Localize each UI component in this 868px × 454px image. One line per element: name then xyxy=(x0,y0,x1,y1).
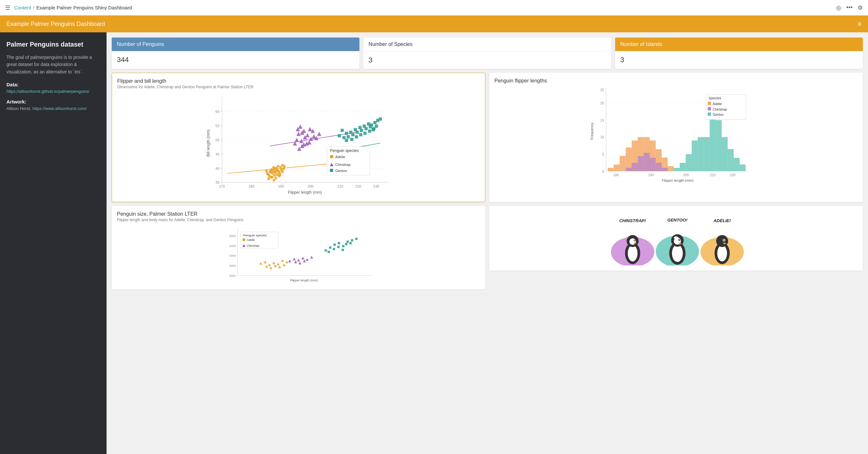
svg-point-54 xyxy=(272,166,275,169)
histogram-title: Penguin flipper lengths xyxy=(494,78,858,84)
sidebar-data-label: Data: xyxy=(6,82,100,87)
sidebar-description: The goal of palmerpenguins is to provide… xyxy=(6,54,100,75)
svg-point-212 xyxy=(273,262,275,264)
svg-point-218 xyxy=(274,265,276,267)
svg-text:180: 180 xyxy=(613,173,619,177)
svg-text:50: 50 xyxy=(215,138,219,142)
svg-text:4000: 4000 xyxy=(229,245,236,248)
svg-rect-97 xyxy=(379,117,382,121)
svg-marker-226 xyxy=(310,256,313,259)
svg-rect-88 xyxy=(345,132,348,135)
svg-point-241 xyxy=(672,245,683,262)
svg-rect-207 xyxy=(345,243,347,245)
dashboard-menu-icon[interactable]: ≡ xyxy=(858,20,862,28)
svg-text:Chinstrap: Chinstrap xyxy=(335,163,350,167)
svg-text:Flipper length (mm): Flipper length (mm) xyxy=(662,178,693,182)
svg-point-43 xyxy=(273,174,276,176)
svg-point-65 xyxy=(270,176,273,179)
svg-rect-143 xyxy=(608,168,614,171)
svg-text:210: 210 xyxy=(710,173,715,177)
svg-rect-95 xyxy=(373,121,376,124)
charts-row-1: Flipper and bill length Dimensions for A… xyxy=(112,73,863,202)
svg-point-255 xyxy=(724,240,724,241)
svg-rect-113 xyxy=(368,130,371,133)
breadcrumb-separator: / xyxy=(33,5,35,10)
scatter-chart-2-subtitle: Flipper length and body mass for Adelie,… xyxy=(117,218,480,222)
svg-text:190: 190 xyxy=(278,184,284,188)
svg-marker-227 xyxy=(294,260,297,263)
stat-card-penguins-header: Number of Penguins xyxy=(112,37,360,51)
hamburger-icon[interactable]: ☰ xyxy=(5,4,10,11)
svg-point-62 xyxy=(279,174,282,176)
svg-text:220: 220 xyxy=(355,184,361,188)
svg-rect-107 xyxy=(375,124,378,128)
svg-point-209 xyxy=(259,262,262,265)
svg-point-220 xyxy=(283,264,285,266)
svg-rect-203 xyxy=(328,251,330,253)
svg-rect-102 xyxy=(355,131,359,134)
svg-text:220: 220 xyxy=(730,173,735,177)
svg-point-245 xyxy=(679,239,680,240)
svg-rect-170 xyxy=(728,149,734,171)
top-navigation: ☰ Content / Example Palmer Penguins Shin… xyxy=(0,0,868,16)
histogram-card: Penguin flipper lengths 0 5 10 15 20 25 xyxy=(489,73,863,202)
stat-card-penguins: Number of Penguins 344 xyxy=(112,37,360,69)
svg-rect-168 xyxy=(716,120,722,171)
svg-text:CHINSTRAP!: CHINSTRAP! xyxy=(619,218,646,223)
svg-rect-93 xyxy=(367,122,370,125)
svg-text:55: 55 xyxy=(215,124,219,128)
svg-marker-222 xyxy=(293,257,296,260)
sidebar-artwork-text: Allison Horst, xyxy=(6,106,31,111)
svg-point-56 xyxy=(276,169,279,172)
scatter2-svg: 5000 6000 5000 4000 6000 Flipper length … xyxy=(117,226,480,284)
svg-rect-101 xyxy=(351,133,354,137)
svg-line-29 xyxy=(270,132,355,146)
svg-rect-87 xyxy=(341,129,344,132)
svg-rect-114 xyxy=(372,128,375,131)
sidebar-data-link[interactable]: https://allisonhorst.github.io/palmerpen… xyxy=(6,89,89,94)
svg-rect-111 xyxy=(359,133,362,137)
scatter-plot: 35 40 45 50 55 60 170 18 xyxy=(117,93,480,197)
svg-rect-166 xyxy=(704,137,710,171)
svg-text:20: 20 xyxy=(600,102,604,105)
svg-text:230: 230 xyxy=(373,184,379,188)
svg-rect-179 xyxy=(708,113,711,116)
svg-point-63 xyxy=(266,172,269,175)
settings-button[interactable]: ⚙ xyxy=(858,4,863,11)
svg-point-53 xyxy=(270,168,273,171)
more-button[interactable]: ••• xyxy=(846,4,852,11)
stat-card-islands-header: Number of Islands xyxy=(615,37,863,51)
svg-rect-161 xyxy=(674,168,680,171)
svg-text:170: 170 xyxy=(219,184,225,188)
svg-rect-103 xyxy=(360,129,363,132)
svg-text:Adelie: Adelie xyxy=(335,155,345,159)
svg-rect-197 xyxy=(334,244,336,246)
svg-rect-156 xyxy=(638,156,644,171)
breadcrumb-current: Example Palmer Penguins Shiny Dashboard xyxy=(36,5,132,10)
breadcrumb-content-link[interactable]: Content xyxy=(14,5,31,10)
svg-rect-91 xyxy=(359,126,362,129)
svg-point-217 xyxy=(270,267,272,269)
svg-rect-159 xyxy=(656,163,662,171)
svg-rect-164 xyxy=(692,140,698,171)
dashboard-header: Example Palmer Penguins Dashboard ≡ xyxy=(0,16,868,32)
svg-point-117 xyxy=(330,155,334,159)
svg-text:200: 200 xyxy=(308,184,314,188)
target-button[interactable]: ◎ xyxy=(836,4,841,11)
svg-rect-108 xyxy=(345,139,348,142)
histogram-svg: 0 5 10 15 20 25 180 190 xyxy=(494,84,858,188)
svg-text:Frequency: Frequency xyxy=(590,122,594,140)
svg-rect-155 xyxy=(631,163,638,171)
svg-point-247 xyxy=(674,236,678,239)
svg-marker-75 xyxy=(312,134,316,138)
svg-text:5000: 5000 xyxy=(229,274,236,278)
sidebar-artwork-link[interactable]: https://www.allisonhorst.com/ xyxy=(32,106,87,111)
svg-marker-221 xyxy=(288,260,291,262)
svg-point-232 xyxy=(628,245,638,261)
svg-point-51 xyxy=(274,171,277,174)
svg-point-191 xyxy=(243,238,245,241)
svg-marker-84 xyxy=(308,127,312,131)
svg-point-252 xyxy=(716,235,728,247)
svg-text:6000: 6000 xyxy=(229,234,236,238)
svg-marker-76 xyxy=(297,132,301,136)
